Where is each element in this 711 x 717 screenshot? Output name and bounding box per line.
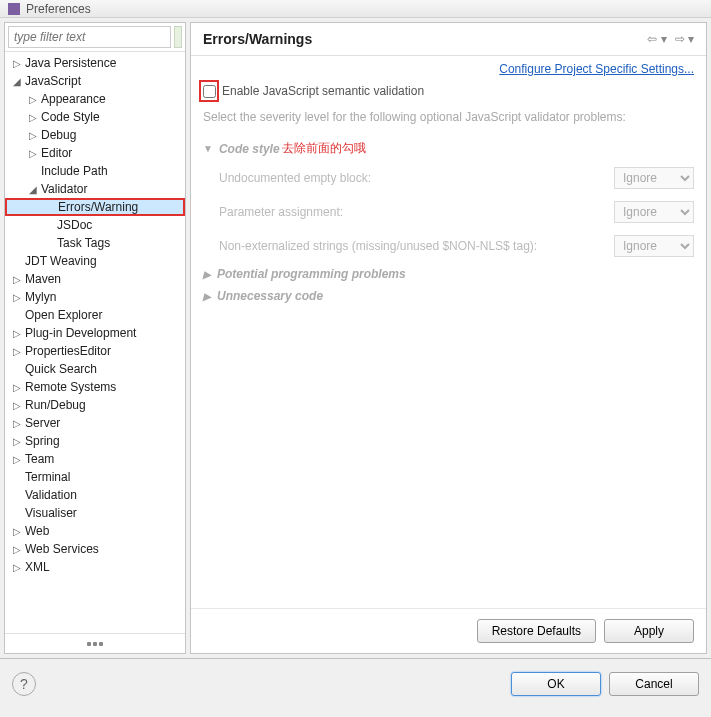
option-row: Parameter assignment:Ignore — [203, 195, 694, 229]
tree-item-label: JavaScript — [25, 74, 81, 88]
expander-icon[interactable]: ▷ — [27, 147, 39, 159]
tree-item[interactable]: ▷Plug-in Development — [5, 324, 185, 342]
expand-down-icon: ▼ — [203, 143, 213, 154]
tree-item-label: Web Services — [25, 542, 99, 556]
tree-item-label: Java Persistence — [25, 56, 116, 70]
tree-item-label: Include Path — [41, 164, 108, 178]
unnecessary-code-section[interactable]: ▶ Unnecessary code — [203, 285, 694, 307]
code-style-section[interactable]: ▼ Code style 去除前面的勾哦 — [203, 136, 694, 161]
expander-icon[interactable]: ▷ — [11, 381, 23, 393]
window-title: Preferences — [26, 2, 91, 16]
expander-icon[interactable]: ▷ — [11, 345, 23, 357]
severity-select[interactable]: Ignore — [614, 201, 694, 223]
tree-item-label: Maven — [25, 272, 61, 286]
expander-icon[interactable]: ▷ — [11, 273, 23, 285]
section-label: Unnecessary code — [217, 289, 323, 303]
tree-item[interactable]: ▷Spring — [5, 432, 185, 450]
tree-item[interactable]: ▷Errors/Warning — [5, 198, 185, 216]
tree-item[interactable]: ▷Quick Search — [5, 360, 185, 378]
tree-item[interactable]: ▷Run/Debug — [5, 396, 185, 414]
expander-icon[interactable]: ▷ — [11, 327, 23, 339]
tree-item-label: Editor — [41, 146, 72, 160]
tree-item-label: PropertiesEditor — [25, 344, 111, 358]
tree-item[interactable]: ▷Web Services — [5, 540, 185, 558]
view-menu-button[interactable] — [5, 633, 185, 653]
tree-item[interactable]: ▷Mylyn — [5, 288, 185, 306]
tree-item[interactable]: ▷Appearance — [5, 90, 185, 108]
tree-item-label: Validator — [41, 182, 87, 196]
expander-icon[interactable]: ▷ — [27, 129, 39, 141]
filter-input[interactable] — [8, 26, 171, 48]
expander-icon[interactable]: ▷ — [11, 525, 23, 537]
sidebar: ▷Java Persistence◢JavaScript▷Appearance▷… — [4, 22, 186, 654]
cancel-button[interactable]: Cancel — [609, 672, 699, 696]
tree-item[interactable]: ▷Task Tags — [5, 234, 185, 252]
tree-item[interactable]: ▷XML — [5, 558, 185, 576]
tree-item[interactable]: ▷Debug — [5, 126, 185, 144]
tree-item-label: Mylyn — [25, 290, 56, 304]
tree-item[interactable]: ▷Java Persistence — [5, 54, 185, 72]
tree-item[interactable]: ▷Include Path — [5, 162, 185, 180]
expander-icon[interactable]: ▷ — [11, 453, 23, 465]
configure-project-link[interactable]: Configure Project Specific Settings... — [499, 62, 694, 76]
tree-item[interactable]: ▷Open Explorer — [5, 306, 185, 324]
app-icon — [8, 3, 20, 15]
footer: ? OK Cancel — [0, 658, 711, 708]
potential-problems-section[interactable]: ▶ Potential programming problems — [203, 263, 694, 285]
severity-select[interactable]: Ignore — [614, 235, 694, 257]
option-label: Undocumented empty block: — [219, 171, 371, 185]
clear-filter-button[interactable] — [174, 26, 182, 48]
expand-right-icon: ▶ — [203, 291, 211, 302]
expander-icon[interactable]: ▷ — [11, 399, 23, 411]
tree-item[interactable]: ◢Validator — [5, 180, 185, 198]
expander-icon[interactable]: ▷ — [27, 111, 39, 123]
tree-item-label: Spring — [25, 434, 60, 448]
tree-item[interactable]: ▷Terminal — [5, 468, 185, 486]
tree-item-label: Code Style — [41, 110, 100, 124]
expander-icon[interactable]: ▷ — [11, 543, 23, 555]
expander-icon[interactable]: ▷ — [11, 435, 23, 447]
tree-item-label: Terminal — [25, 470, 70, 484]
tree-item[interactable]: ◢JavaScript — [5, 72, 185, 90]
severity-select[interactable]: Ignore — [614, 167, 694, 189]
section-label: Code style — [219, 142, 280, 156]
tree-item[interactable]: ▷Server — [5, 414, 185, 432]
tree-item-label: Errors/Warning — [58, 200, 138, 214]
back-button[interactable]: ⇦ ▾ — [647, 32, 666, 46]
tree-item[interactable]: ▷Code Style — [5, 108, 185, 126]
tree-item-label: Appearance — [41, 92, 106, 106]
tree-item-label: Open Explorer — [25, 308, 102, 322]
tree-item[interactable]: ▷Visualiser — [5, 504, 185, 522]
restore-defaults-button[interactable]: Restore Defaults — [477, 619, 596, 643]
expander-icon[interactable]: ▷ — [27, 93, 39, 105]
titlebar: Preferences — [0, 0, 711, 18]
enable-validation-checkbox[interactable] — [203, 85, 216, 98]
tree-item[interactable]: ▷Validation — [5, 486, 185, 504]
expander-icon[interactable]: ◢ — [11, 75, 23, 87]
tree-item[interactable]: ▷Web — [5, 522, 185, 540]
tree-item-label: Visualiser — [25, 506, 77, 520]
tree-item[interactable]: ▷JSDoc — [5, 216, 185, 234]
expander-icon[interactable]: ▷ — [11, 291, 23, 303]
option-row: Non-externalized strings (missing/unused… — [203, 229, 694, 263]
expander-icon[interactable]: ▷ — [11, 57, 23, 69]
expander-icon[interactable]: ▷ — [11, 417, 23, 429]
content-panel: Errors/Warnings ⇦ ▾ ⇨ ▾ Configure Projec… — [190, 22, 707, 654]
tree-item-label: Debug — [41, 128, 76, 142]
description-text: Select the severity level for the follow… — [191, 102, 706, 132]
expander-icon[interactable]: ◢ — [27, 183, 39, 195]
help-button[interactable]: ? — [12, 672, 36, 696]
tree-item[interactable]: ▷JDT Weaving — [5, 252, 185, 270]
tree-item[interactable]: ▷Team — [5, 450, 185, 468]
ok-button[interactable]: OK — [511, 672, 601, 696]
apply-button[interactable]: Apply — [604, 619, 694, 643]
preferences-tree[interactable]: ▷Java Persistence◢JavaScript▷Appearance▷… — [5, 52, 185, 633]
tree-item[interactable]: ▷Editor — [5, 144, 185, 162]
tree-item-label: Remote Systems — [25, 380, 116, 394]
expander-icon[interactable]: ▷ — [11, 561, 23, 573]
tree-item[interactable]: ▷PropertiesEditor — [5, 342, 185, 360]
tree-item-label: Validation — [25, 488, 77, 502]
tree-item[interactable]: ▷Remote Systems — [5, 378, 185, 396]
tree-item[interactable]: ▷Maven — [5, 270, 185, 288]
forward-button[interactable]: ⇨ ▾ — [675, 32, 694, 46]
